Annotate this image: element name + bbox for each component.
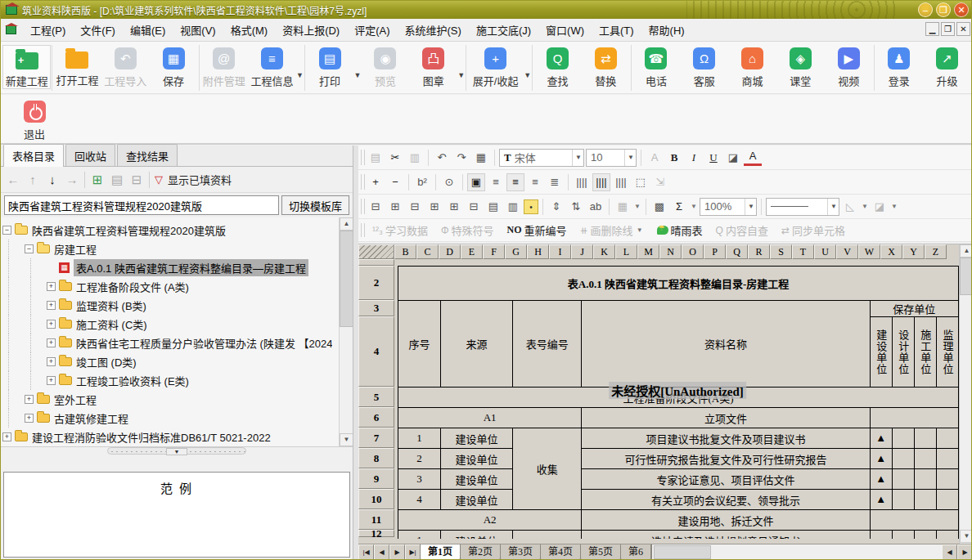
header-source[interactable]: 来源 [441, 301, 513, 388]
dropdown-arrow-icon[interactable]: ▼ [890, 203, 898, 210]
scroll-up-icon[interactable]: ▲ [960, 244, 972, 258]
phone-button[interactable]: ☎电话 [632, 45, 681, 88]
column-header-B[interactable]: B [394, 244, 416, 259]
nav-right-icon[interactable]: → [65, 172, 79, 186]
prev-page-icon[interactable]: ◀ [374, 544, 389, 560]
sidebar-tab-1[interactable]: 表格目录 [3, 144, 64, 167]
mark-cell[interactable]: ▲ [870, 469, 892, 490]
nav-up-icon[interactable]: ↑ [25, 172, 40, 186]
menu-item-6[interactable]: 资料上报(D) [275, 20, 347, 40]
source-cell[interactable]: 建设单位 [441, 428, 513, 449]
row-header-7[interactable]: 7 [358, 428, 394, 448]
align-left-icon[interactable]: ≡ [487, 173, 505, 191]
table-title[interactable]: 表A.0.1 陕西省建筑工程资料整编目录-房建工程 [398, 267, 959, 301]
empty-cell[interactable] [513, 531, 582, 540]
column-header-O[interactable]: O [682, 244, 704, 259]
minimize-button[interactable]: – [918, 2, 933, 17]
switch-template-button[interactable]: 切换模板库 [281, 195, 349, 215]
tree-item-3[interactable]: ▦表A.0.1 陕西省建筑工程资料整编目录—房建工程 [1, 258, 353, 277]
doc-name-cell[interactable]: 项目建议书批复文件及项目建议书 [582, 428, 870, 449]
sheet-horizontal-scrollbar[interactable]: ◀ ▶ [651, 544, 972, 560]
row-header-10[interactable]: 10 [358, 489, 394, 509]
lock-cell-icon[interactable]: • [524, 199, 538, 214]
unit-header-3[interactable]: 施工单位 [914, 317, 936, 388]
align-justify-icon[interactable]: ≣ [546, 173, 564, 191]
column-header-U[interactable]: U [814, 244, 836, 259]
page-setup-icon[interactable]: ▦ [472, 149, 490, 167]
delete-row-icon[interactable]: ⊞ [425, 198, 443, 216]
menu-item-2[interactable]: 文件(F) [73, 20, 123, 40]
new-project-button[interactable]: +新建工程 [2, 45, 51, 89]
close-button[interactable]: ✕ [954, 2, 969, 17]
sheet-tab-1[interactable]: 第1页 [420, 544, 461, 560]
source-cell[interactable]: 建设单位 [441, 531, 513, 540]
mark-cell[interactable] [914, 490, 936, 510]
mark-cell[interactable] [936, 428, 958, 449]
column-header-N[interactable]: N [659, 244, 682, 259]
sidebar-tab-3[interactable]: 查找结果 [117, 144, 178, 166]
video-button[interactable]: ▶视频 [825, 45, 873, 88]
unmerge-icon[interactable]: ▥ [504, 198, 522, 216]
mark-cell[interactable] [870, 531, 892, 540]
mall-button[interactable]: ⌂商城 [728, 45, 776, 88]
mark-cell[interactable]: ▲ [870, 428, 892, 449]
column-header-P[interactable]: P [704, 244, 726, 259]
horizontal-splitter[interactable]: ▼ [1, 447, 353, 455]
seq-cell[interactable]: 4 [398, 490, 441, 510]
sum-icon[interactable]: Σ [670, 198, 688, 216]
dropdown-arrow-icon[interactable]: ▼ [861, 203, 869, 210]
valign-bottom-icon[interactable]: |||| [612, 173, 630, 191]
seq-cell[interactable]: 3 [398, 469, 441, 490]
seq-cell[interactable]: 2 [398, 449, 441, 469]
login-button[interactable]: ♟登录 [875, 45, 923, 88]
row-spacing-increase-icon[interactable]: ⇕ [547, 198, 565, 216]
expand-icon[interactable]: + [47, 376, 56, 385]
last-page-icon[interactable]: ▶| [405, 544, 421, 560]
dropdown-arrow-icon[interactable]: ▼ [690, 203, 698, 210]
first-page-icon[interactable]: |◀ [358, 544, 374, 560]
row-header-6[interactable]: 6 [358, 407, 394, 428]
scrollbar-thumb[interactable] [340, 231, 353, 327]
upgrade-button[interactable]: ↗升级 [923, 45, 971, 88]
find-button[interactable]: Q查找 [533, 45, 582, 88]
redo-icon[interactable]: ↷ [452, 149, 470, 167]
filter-label[interactable]: 显示已填资料 [168, 172, 232, 187]
project-info-button[interactable]: ≡工程信息 [248, 45, 296, 88]
column-header-G[interactable]: G [505, 244, 527, 259]
row-header-8[interactable]: 8 [358, 448, 394, 468]
row-header-partial[interactable] [358, 259, 394, 266]
expand-icon[interactable]: + [47, 338, 56, 347]
split-cells-icon[interactable]: ⊞ [386, 198, 404, 216]
zoom-select[interactable]: 100%▼ [700, 198, 757, 216]
expand-icon[interactable]: + [47, 301, 56, 310]
tree-item-12[interactable]: +建设工程消防验收文件归档标准DB61/T 5021-2022 [1, 428, 353, 446]
column-header-V[interactable]: V [836, 244, 858, 259]
exit-button[interactable]: 退出 [2, 98, 66, 141]
mark-cell[interactable] [892, 490, 914, 510]
mark-cell[interactable] [892, 428, 914, 449]
menu-item-8[interactable]: 系统维护(S) [398, 20, 469, 40]
column-header-D[interactable]: D [439, 244, 461, 259]
mark-cell[interactable]: ▲ [870, 490, 892, 510]
frame-paragraph-icon[interactable]: ▣ [467, 173, 485, 191]
expand-icon[interactable]: + [47, 320, 56, 329]
unit-header-1[interactable]: 建设单位 [870, 317, 892, 388]
sheet-table-area[interactable]: 表A.0.1 陕西省建筑工程资料整编目录-房建工程 序号 来源 表号编号 资料名… [398, 266, 961, 539]
classroom-button[interactable]: ◈课堂 [776, 45, 825, 88]
column-header-C[interactable]: C [416, 244, 439, 259]
undo-icon[interactable]: ↶ [433, 149, 451, 167]
doc-name-cell[interactable]: 选址申请及选址规划意见通知书 [582, 531, 870, 540]
expand-icon[interactable]: + [47, 357, 56, 366]
scroll-up-icon[interactable]: ▲ [340, 217, 353, 231]
collapse-icon[interactable]: − [25, 244, 34, 253]
circled-char-icon[interactable]: ⊙ [440, 173, 458, 191]
customer-service-button[interactable]: Ω客服 [680, 45, 728, 88]
align-right-icon[interactable]: ≡ [526, 173, 544, 191]
menu-item-7[interactable]: 评定(A) [347, 20, 397, 40]
scroll-right-icon[interactable]: ▶ [957, 544, 972, 560]
column-header-Q[interactable]: Q [726, 244, 748, 259]
empty-cell[interactable] [870, 408, 958, 428]
sheet-tab-6[interactable]: 第6 [620, 544, 651, 560]
mark-cell[interactable]: ▲ [870, 449, 892, 469]
column-header-H[interactable]: H [527, 244, 549, 259]
